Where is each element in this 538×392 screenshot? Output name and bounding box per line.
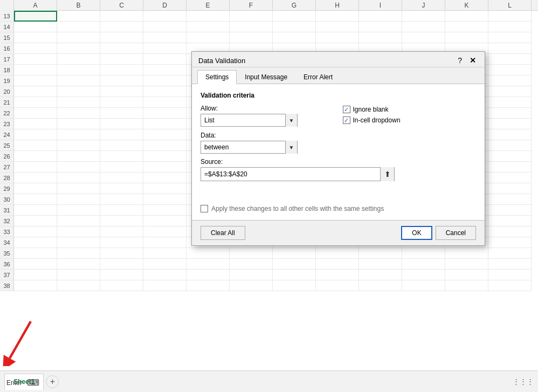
cell-L20[interactable] xyxy=(488,86,532,97)
cell-A37[interactable] xyxy=(14,270,57,280)
cell-B30[interactable] xyxy=(57,194,100,205)
cell-H38[interactable] xyxy=(316,280,359,291)
cell-K35[interactable] xyxy=(445,248,488,259)
cell-C25[interactable] xyxy=(100,140,143,151)
cell-C15[interactable] xyxy=(100,32,143,43)
cell-D27[interactable] xyxy=(143,162,187,173)
cell-D15[interactable] xyxy=(143,32,187,43)
cell-B28[interactable] xyxy=(57,173,100,183)
cell-E38[interactable] xyxy=(187,280,230,291)
cell-C38[interactable] xyxy=(100,280,143,291)
cell-A23[interactable] xyxy=(14,119,57,129)
cell-A19[interactable] xyxy=(14,75,57,86)
cell-D29[interactable] xyxy=(143,183,187,194)
col-header-e[interactable]: E xyxy=(187,0,230,10)
cell-L38[interactable] xyxy=(488,280,532,291)
cell-G37[interactable] xyxy=(273,270,316,280)
cell-D25[interactable] xyxy=(143,140,187,151)
cell-D22[interactable] xyxy=(143,108,187,119)
cell-C14[interactable] xyxy=(100,22,143,32)
cell-D19[interactable] xyxy=(143,75,187,86)
cell-K36[interactable] xyxy=(445,259,488,270)
cell-L13[interactable] xyxy=(488,11,532,22)
cell-H35[interactable] xyxy=(316,248,359,259)
cell-C20[interactable] xyxy=(100,86,143,97)
cell-G14[interactable] xyxy=(273,22,316,32)
col-header-d[interactable]: D xyxy=(143,0,187,10)
cell-C21[interactable] xyxy=(100,97,143,108)
cell-B22[interactable] xyxy=(57,108,100,119)
cell-L23[interactable] xyxy=(488,119,532,129)
cell-L35[interactable] xyxy=(488,248,532,259)
col-header-b[interactable]: B xyxy=(57,0,100,10)
cell-L31[interactable] xyxy=(488,205,532,216)
cell-C22[interactable] xyxy=(100,108,143,119)
cell-I15[interactable] xyxy=(359,32,402,43)
cell-J37[interactable] xyxy=(402,270,445,280)
cell-D14[interactable] xyxy=(143,22,187,32)
cell-A15[interactable] xyxy=(14,32,57,43)
cell-A33[interactable] xyxy=(14,226,57,237)
tab-error-alert[interactable]: Error Alert xyxy=(295,70,341,84)
cell-L24[interactable] xyxy=(488,129,532,140)
cell-B27[interactable] xyxy=(57,162,100,173)
cell-A13[interactable] xyxy=(14,11,57,22)
cell-A34[interactable] xyxy=(14,237,57,248)
cell-B33[interactable] xyxy=(57,226,100,237)
cell-G35[interactable] xyxy=(273,248,316,259)
cell-E13[interactable] xyxy=(187,11,230,22)
cell-L25[interactable] xyxy=(488,140,532,151)
cell-C29[interactable] xyxy=(100,183,143,194)
allow-select[interactable]: List ▼ xyxy=(201,114,298,127)
col-header-f[interactable]: F xyxy=(230,0,273,10)
cell-I14[interactable] xyxy=(359,22,402,32)
cell-D30[interactable] xyxy=(143,194,187,205)
cell-D33[interactable] xyxy=(143,226,187,237)
allow-select-arrow[interactable]: ▼ xyxy=(285,114,297,127)
cell-C24[interactable] xyxy=(100,129,143,140)
cell-A27[interactable] xyxy=(14,162,57,173)
cell-D21[interactable] xyxy=(143,97,187,108)
cell-E37[interactable] xyxy=(187,270,230,280)
cell-A29[interactable] xyxy=(14,183,57,194)
cell-B25[interactable] xyxy=(57,140,100,151)
tab-input-message[interactable]: Input Message xyxy=(237,70,295,84)
cell-L32[interactable] xyxy=(488,216,532,226)
col-header-c[interactable]: C xyxy=(100,0,143,10)
cell-C37[interactable] xyxy=(100,270,143,280)
cell-I36[interactable] xyxy=(359,259,402,270)
cell-B37[interactable] xyxy=(57,270,100,280)
cell-K37[interactable] xyxy=(445,270,488,280)
cell-H14[interactable] xyxy=(316,22,359,32)
cell-H37[interactable] xyxy=(316,270,359,280)
cell-D24[interactable] xyxy=(143,129,187,140)
source-input[interactable] xyxy=(201,170,380,178)
cell-A31[interactable] xyxy=(14,205,57,216)
cell-B34[interactable] xyxy=(57,237,100,248)
cell-E14[interactable] xyxy=(187,22,230,32)
cell-K38[interactable] xyxy=(445,280,488,291)
cell-A14[interactable] xyxy=(14,22,57,32)
cell-C17[interactable] xyxy=(100,54,143,65)
cell-C26[interactable] xyxy=(100,151,143,162)
cell-D16[interactable] xyxy=(143,43,187,54)
cell-C23[interactable] xyxy=(100,119,143,129)
cell-L28[interactable] xyxy=(488,173,532,183)
cell-B16[interactable] xyxy=(57,43,100,54)
cell-D35[interactable] xyxy=(143,248,187,259)
tab-settings[interactable]: Settings xyxy=(197,70,237,84)
cell-J35[interactable] xyxy=(402,248,445,259)
cell-C31[interactable] xyxy=(100,205,143,216)
apply-changes-checkbox[interactable] xyxy=(201,205,208,212)
cell-L22[interactable] xyxy=(488,108,532,119)
cell-B38[interactable] xyxy=(57,280,100,291)
cell-D37[interactable] xyxy=(143,270,187,280)
cell-L27[interactable] xyxy=(488,162,532,173)
cell-F13[interactable] xyxy=(230,11,273,22)
cell-B26[interactable] xyxy=(57,151,100,162)
dialog-help-button[interactable]: ? xyxy=(456,56,464,65)
cell-D32[interactable] xyxy=(143,216,187,226)
cell-F15[interactable] xyxy=(230,32,273,43)
cell-C13[interactable] xyxy=(100,11,143,22)
cell-C36[interactable] xyxy=(100,259,143,270)
